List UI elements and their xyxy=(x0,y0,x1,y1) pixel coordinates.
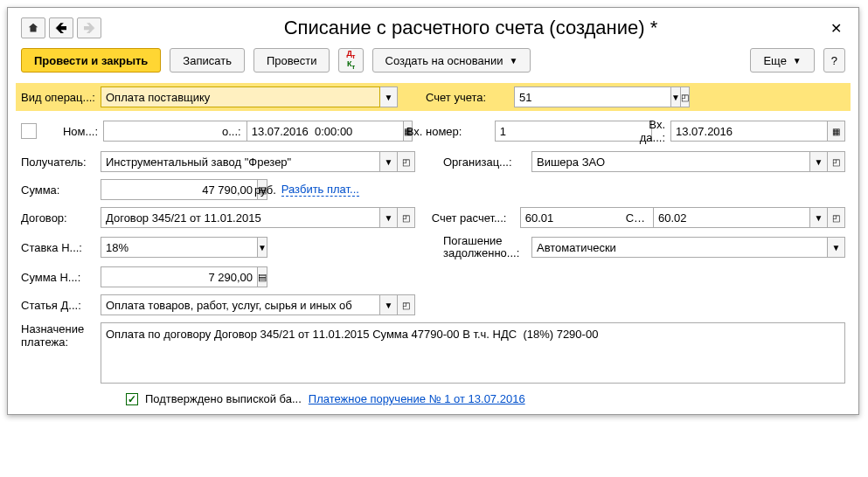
vat-sum-label: Сумма Н...: xyxy=(21,271,95,284)
account-input[interactable] xyxy=(514,86,671,107)
in-date-input[interactable] xyxy=(670,121,828,142)
more-button[interactable]: Еще ▼ xyxy=(750,48,814,73)
org-dropdown[interactable]: ▼ xyxy=(810,151,828,172)
chevron-down-icon: ▼ xyxy=(793,56,802,66)
back-button[interactable]: 🡸 xyxy=(49,17,73,38)
op-type-label: Вид операц...: xyxy=(21,91,95,104)
window-title: Списание с расчетного счета (создание) * xyxy=(115,17,827,39)
acct-adv-input[interactable] xyxy=(653,207,810,228)
recipient-open[interactable]: ◰ xyxy=(398,151,415,172)
debt-input[interactable] xyxy=(531,237,828,258)
chevron-down-icon: ▼ xyxy=(509,56,517,66)
confirmed-checkbox[interactable]: ✓ xyxy=(126,393,138,405)
currency-label: руб. xyxy=(254,183,276,197)
op-type-dropdown[interactable]: ▼ xyxy=(380,86,398,107)
op-type-input[interactable] xyxy=(101,86,380,107)
create-based-label: Создать на основании xyxy=(385,54,503,67)
dt-kt-icon: ДтКт xyxy=(346,50,355,71)
purpose-label: Назначениеплатежа: xyxy=(21,322,95,349)
contract-dropdown[interactable]: ▼ xyxy=(380,207,398,228)
number-label: Ном...: xyxy=(45,125,98,138)
dk-button[interactable]: ДтКт xyxy=(338,48,363,73)
help-button[interactable]: ? xyxy=(823,48,845,73)
home-button[interactable] xyxy=(21,17,45,38)
cf-item-input[interactable] xyxy=(101,294,380,315)
forward-button: 🡺 xyxy=(77,17,101,38)
org-input[interactable] xyxy=(531,151,810,172)
confirmed-label: Подтверждено выпиской ба... xyxy=(145,392,302,405)
debt-label: Погашениезадолженно...: xyxy=(443,235,526,259)
document-window: 🡸 🡺 Списание с расчетного счета (создани… xyxy=(7,7,859,415)
recipient-dropdown[interactable]: ▼ xyxy=(380,151,398,172)
vat-calculator-icon[interactable]: ▤ xyxy=(258,266,267,287)
in-date-label: Вх. да...: xyxy=(640,118,665,144)
sum-label: Сумма: xyxy=(21,183,95,197)
debt-dropdown[interactable]: ▼ xyxy=(828,237,845,258)
acct-adv-label: Счет аван...: xyxy=(626,211,648,225)
payment-order-link[interactable]: Платежное поручение № 1 от 13.07.2016 xyxy=(309,392,525,405)
acct-calc-label: Счет расчет...: xyxy=(432,211,515,225)
in-date-picker[interactable]: ▦ xyxy=(828,121,845,142)
post-button[interactable]: Провести xyxy=(253,48,330,73)
cf-item-open[interactable]: ◰ xyxy=(398,294,415,315)
org-label: Организац...: xyxy=(443,156,526,169)
more-label: Еще xyxy=(763,54,786,67)
vat-rate-input[interactable] xyxy=(101,237,258,258)
acct-adv-open[interactable]: ◰ xyxy=(828,207,845,228)
date-input[interactable] xyxy=(247,121,404,142)
recipient-input[interactable] xyxy=(101,151,380,172)
vat-sum-input[interactable] xyxy=(101,266,258,287)
post-and-close-button[interactable]: Провести и закрыть xyxy=(21,48,161,73)
purpose-textarea[interactable] xyxy=(101,322,845,384)
clipboard-icon[interactable] xyxy=(21,123,37,139)
contract-input[interactable] xyxy=(101,207,380,228)
contract-label: Договор: xyxy=(21,211,95,225)
vat-rate-dropdown[interactable]: ▼ xyxy=(258,237,267,258)
in-number-label: Вх. номер: xyxy=(406,125,490,138)
close-icon[interactable]: ✕ xyxy=(827,20,845,37)
acct-adv-dropdown[interactable]: ▼ xyxy=(810,207,828,228)
cf-item-dropdown[interactable]: ▼ xyxy=(380,294,398,315)
contract-open[interactable]: ◰ xyxy=(398,207,415,228)
recipient-label: Получатель: xyxy=(21,156,95,169)
sum-input[interactable] xyxy=(101,179,258,200)
org-open[interactable]: ◰ xyxy=(828,151,845,172)
vat-rate-label: Ставка Н...: xyxy=(21,241,95,254)
from-label: о...: xyxy=(222,125,241,138)
create-based-on-button[interactable]: Создать на основании ▼ xyxy=(372,48,531,73)
account-dropdown[interactable]: ▼ xyxy=(671,86,681,107)
in-number-input[interactable] xyxy=(495,121,652,142)
account-open[interactable]: ◰ xyxy=(681,86,690,107)
cf-item-label: Статья Д...: xyxy=(21,299,95,312)
save-button[interactable]: Записать xyxy=(170,48,245,73)
split-payment-link[interactable]: Разбить плат... xyxy=(281,183,359,197)
account-label: Счет учета: xyxy=(426,91,509,104)
toolbar: Провести и закрыть Записать Провести ДтК… xyxy=(21,48,845,73)
